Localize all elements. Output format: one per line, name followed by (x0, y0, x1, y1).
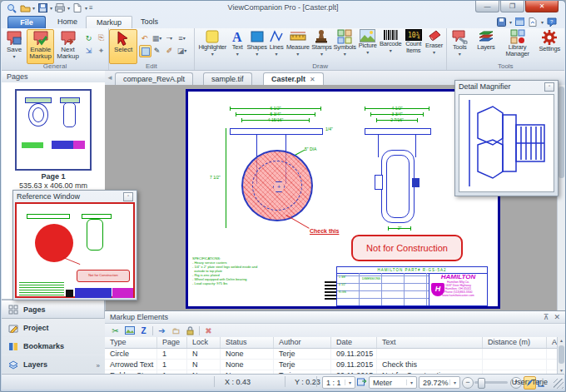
cursor-x-readout: X : 0.43 (225, 378, 251, 386)
circle-markup[interactable]: + (241, 150, 313, 221)
reference-notes (19, 282, 64, 295)
reference-window-view[interactable]: Not for Construction (15, 202, 135, 298)
nav-item-layers[interactable]: Layers (2, 355, 105, 374)
markup-row-circle[interactable]: Circle1 NNone Terje09.11.2015 (105, 349, 558, 360)
reload-markup-icon[interactable]: ↻ (83, 32, 94, 43)
reference-window-close-icon[interactable]: ▫ (123, 192, 133, 201)
tab-close-icon[interactable]: ✕ (310, 76, 315, 83)
detail-magnifier[interactable]: Detail Magnifier▫ (454, 80, 559, 196)
application-window: ▾ ▾ ▾ ▾ ≡ ViewCompanion Pro - [Caster.pl… (0, 0, 566, 392)
markup-image-icon[interactable] (124, 325, 135, 336)
tab-tools[interactable]: Tools (131, 16, 168, 28)
copy-markup-icon[interactable]: ⎘ (96, 32, 107, 43)
picture-button[interactable]: Picture▾ (357, 29, 379, 62)
reference-window-title: Reference Window (17, 192, 123, 201)
markup-export-icon[interactable]: ✂ (110, 325, 121, 336)
markup-lock-icon[interactable] (185, 325, 196, 336)
markup-table-header[interactable]: TypePage LockStatus AuthorDate TextDista… (105, 337, 558, 349)
zoom-combo[interactable]: 29.72%▾ (419, 376, 460, 389)
markup-table-scrollbar[interactable]: ▲▼ (557, 337, 565, 375)
fill-color-swatch[interactable] (139, 45, 151, 57)
stamps-button[interactable]: Stamps▾ (310, 29, 332, 62)
pin-icon[interactable]: ⊼ (544, 313, 549, 321)
next-markup-button[interactable]: Next Markup (54, 29, 82, 64)
hatch-style-icon[interactable]: ▦▾ (151, 32, 162, 43)
zoom-out-button[interactable]: − (462, 377, 474, 389)
page-label: Page 1 (2, 172, 105, 181)
doc-tab-caster[interactable]: Caster.plt✕ (263, 72, 324, 86)
marker-icon[interactable]: ✐ (164, 45, 175, 56)
text-button[interactable]: A Text▾ (229, 29, 246, 62)
undo-icon[interactable]: ↶ (139, 32, 150, 43)
layers-button[interactable]: Layers (473, 29, 499, 62)
restore-button[interactable]: ❐ (500, 1, 524, 12)
highlighter-button[interactable]: Highlighter▾ (196, 29, 229, 62)
markup-row-arrowed-text[interactable]: Arrowed Text1 NNone Terje09.11.2015 Chec… (105, 360, 558, 370)
nav-item-project[interactable]: Project (2, 319, 105, 337)
quick-save-caret[interactable]: ▾ (509, 19, 512, 25)
panel-close-icon[interactable]: ✕ (554, 313, 560, 321)
publish-icon[interactable] (528, 17, 539, 27)
close-button[interactable]: ✕ (525, 1, 559, 12)
reference-window[interactable]: Reference Window▫ Not for Construction (12, 190, 137, 300)
markup-info-icon[interactable]: ✦ (96, 45, 107, 56)
zoom-slider-thumb[interactable] (478, 378, 485, 389)
publish-caret[interactable]: ▾ (541, 19, 544, 25)
library-manager-button[interactable]: Library Manager (500, 29, 535, 62)
count-items-button[interactable]: 10¾ Count Items (403, 29, 424, 62)
tab-home[interactable]: Home (47, 16, 87, 28)
window-layout-icon[interactable] (514, 17, 525, 27)
wheel-outline (381, 150, 415, 223)
apply-scale-icon[interactable] (357, 377, 366, 386)
measure-button[interactable]: Measure▾ (285, 29, 310, 62)
tools-button[interactable]: Tools▾ (447, 29, 472, 62)
markup-sort-icon[interactable]: Z (138, 325, 149, 336)
nav-item-bookmarks[interactable]: Bookmarks (2, 337, 105, 355)
shapes-button[interactable]: Shapes▾ (246, 29, 268, 62)
arrowed-text-markup[interactable]: Check this (310, 228, 339, 234)
symbols-button[interactable]: Symbols▾ (333, 29, 357, 62)
page-thumbnail[interactable] (15, 89, 92, 171)
ribbon-group-general: Save▾ Enable Markup Next Markup ↻ ⎘ ⇲ ✦ … (2, 28, 109, 70)
markup-import-icon[interactable]: 🗀 (171, 325, 181, 336)
bookmarks-icon (8, 341, 18, 351)
goto-markup-icon[interactable]: ➔ (156, 325, 167, 336)
markup-table: TypePage LockStatus AuthorDate TextDista… (105, 337, 558, 375)
line-style-icon[interactable]: ┄▾ (164, 32, 175, 43)
bucket-fill-icon[interactable]: ◪▾ (176, 45, 187, 56)
layers-icon (8, 360, 18, 370)
scale-combo[interactable]: 1 : 1▾ (322, 376, 355, 389)
help-icon[interactable]: ? (546, 17, 557, 27)
tab-markup[interactable]: Markup (86, 16, 132, 29)
tab-scroll-left-icon[interactable]: ◄ (107, 74, 113, 82)
unit-combo[interactable]: Meter▾ (369, 376, 417, 389)
save-markup-button[interactable]: Save▾ (2, 29, 27, 64)
enable-markup-button[interactable]: Enable Markup (27, 29, 54, 64)
resize-grip[interactable] (554, 379, 564, 389)
detail-magnifier-view (459, 94, 554, 192)
settings-button[interactable]: Settings (535, 29, 564, 62)
title-bar[interactable]: ▾ ▾ ▾ ▾ ≡ ViewCompanion Pro - [Caster.pl… (1, 1, 565, 16)
detail-magnifier-close-icon[interactable]: ▫ (544, 82, 554, 92)
svg-text:10¾: 10¾ (408, 32, 420, 39)
line-width-icon[interactable]: ≡▾ (176, 32, 187, 43)
page-size: 535.63 x 406.00 mm (2, 181, 105, 190)
eraser-button[interactable]: Eraser▾ (424, 29, 444, 62)
tab-file[interactable]: File (7, 16, 46, 29)
minimize-button[interactable]: — (475, 1, 499, 12)
nav-item-pages[interactable]: Pages (2, 300, 105, 319)
barcode-button[interactable]: Barcode▾ (379, 29, 403, 62)
delete-markup-icon[interactable]: ✖ (203, 325, 214, 336)
select-button[interactable]: Select (109, 29, 137, 64)
window-mini-toolbar: ▾ ▾ ? (496, 17, 557, 27)
zoom-slider[interactable] (474, 381, 508, 384)
ribbon: Save▾ Enable Markup Next Markup ↻ ⎘ ⇲ ✦ … (2, 28, 564, 71)
nav-overflow-icon[interactable]: » (97, 362, 100, 370)
pen-icon[interactable]: ✎ (151, 45, 162, 56)
lines-button[interactable]: Lines▾ (268, 29, 285, 62)
doc-tab-sample[interactable]: sample.tif (203, 72, 252, 86)
quick-save-icon[interactable] (496, 17, 507, 27)
doc-tab-compare[interactable]: compare_RevA.plt (115, 72, 193, 86)
import-markup-icon[interactable]: ⇲ (83, 45, 94, 56)
rubber-stamp-markup[interactable]: Not for Construction (351, 235, 463, 261)
